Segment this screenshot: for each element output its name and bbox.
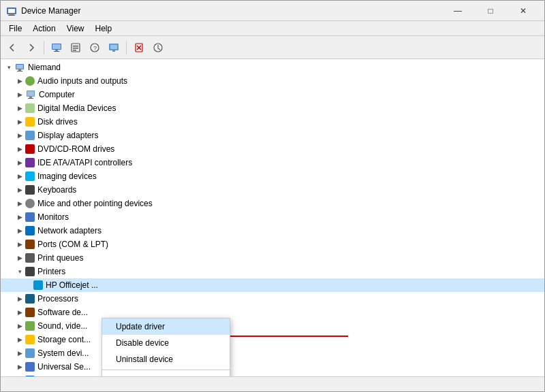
- scan-btn[interactable]: [105, 39, 123, 56]
- processors-label: Processors: [37, 294, 78, 304]
- ports-label: Ports (COM & LPT): [37, 240, 108, 249]
- tree-item-display[interactable]: ▶ Display adapters: [1, 129, 544, 142]
- toolbar-sep-1: [44, 41, 44, 54]
- context-menu: Update driver Disable device Uninstall d…: [102, 318, 230, 376]
- tree-item-sound[interactable]: ▶ Sound, vide...: [1, 319, 544, 333]
- tree-item-dvd[interactable]: ▶ DVD/CD-ROM drives: [1, 142, 544, 156]
- printers-icon: [25, 267, 35, 276]
- device-manager-window: Device Manager — □ ✕ File Action View He…: [0, 0, 545, 392]
- tree-item-disk[interactable]: ▶ Disk drives: [1, 115, 544, 129]
- back-button[interactable]: [3, 39, 21, 56]
- universal-icon: [25, 362, 35, 372]
- svg-rect-28: [28, 98, 33, 99]
- menu-view[interactable]: View: [61, 21, 90, 36]
- display-icon: [25, 131, 35, 140]
- uninstall-btn[interactable]: [130, 39, 148, 56]
- sysdev-expand: ▶: [14, 348, 25, 359]
- window-icon: [6, 5, 17, 16]
- computer-expand: ▶: [14, 89, 25, 100]
- keyboard-icon: [25, 185, 35, 195]
- tree-item-ports[interactable]: ▶ Ports (COM & LPT): [1, 238, 544, 251]
- svg-rect-27: [29, 97, 32, 98]
- svg-rect-24: [17, 71, 22, 71]
- maximize-button[interactable]: □: [475, 1, 506, 21]
- menu-action[interactable]: Action: [27, 21, 61, 36]
- monitors-icon: [25, 212, 35, 222]
- tree-item-imaging[interactable]: ▶ Imaging devices: [1, 169, 544, 183]
- svg-rect-9: [73, 46, 78, 47]
- software-expand: ▶: [14, 307, 25, 318]
- menu-help[interactable]: Help: [90, 21, 118, 36]
- dvd-expand: ▶: [14, 144, 25, 154]
- tree-item-network[interactable]: ▶ Network adapters: [1, 224, 544, 238]
- tree-item-wsd[interactable]: ▶ WSD Print Provider: [1, 374, 544, 376]
- disk-label: Disk drives: [37, 117, 78, 127]
- imaging-expand: ▶: [14, 171, 25, 182]
- ctx-sep-1: [102, 370, 230, 370]
- sound-label: Sound, vide...: [37, 321, 87, 331]
- window-title: Device Manager: [21, 6, 442, 16]
- ctx-uninstall-device[interactable]: Uninstall device: [102, 351, 230, 368]
- svg-rect-1: [8, 9, 15, 13]
- ctx-update-driver[interactable]: Update driver: [102, 318, 230, 335]
- mice-label: Mice and other pointing devices: [37, 199, 153, 208]
- tree-root[interactable]: ▾ Niemand: [1, 61, 544, 74]
- tree-item-universal[interactable]: ▶ Universal Se...: [1, 360, 544, 374]
- tree-item-digital[interactable]: ▶ Digital Media Devices: [1, 101, 544, 115]
- svg-rect-6: [55, 50, 58, 51]
- storage-expand: ▶: [14, 334, 25, 345]
- properties-btn[interactable]: [67, 39, 84, 56]
- keyboard-expand: ▶: [14, 184, 25, 195]
- svg-rect-5: [52, 44, 61, 49]
- keyboard-label: Keyboards: [37, 185, 76, 195]
- tree-item-mice[interactable]: ▶ Mice and other pointing devices: [1, 197, 544, 210]
- storage-label: Storage cont...: [37, 335, 91, 344]
- ide-icon: [25, 158, 35, 167]
- universal-label: Universal Se...: [37, 362, 91, 372]
- tree-item-storage[interactable]: ▶ Storage cont...: [1, 333, 544, 346]
- ide-expand: ▶: [14, 157, 25, 168]
- storage-icon: [25, 335, 35, 344]
- tree-item-sysdev[interactable]: ▶ System devi...: [1, 346, 544, 360]
- root-expand-icon: ▾: [3, 62, 14, 73]
- status-bar: [1, 376, 544, 391]
- tree-item-ide[interactable]: ▶ IDE ATA/ATAPI controllers: [1, 156, 544, 169]
- tree-item-computer[interactable]: ▶ Computer: [1, 88, 544, 101]
- ctx-scan-hardware[interactable]: Scan for hardware changes: [102, 372, 230, 376]
- tree-item-hp[interactable]: HP Officejet ...: [1, 278, 544, 292]
- window-controls: — □ ✕: [442, 1, 539, 21]
- computer-icon-btn[interactable]: [48, 39, 65, 56]
- tree-item-processors[interactable]: ▶ Processors: [1, 292, 544, 306]
- update-driver-btn[interactable]: [149, 39, 167, 56]
- printers-expand: ▾: [14, 266, 25, 277]
- help-btn[interactable]: ?: [86, 39, 104, 56]
- device-tree-content[interactable]: ▾ Niemand ▶ Audio inputs and outputs ▶: [1, 59, 544, 376]
- wsd-label: WSD Print Provider: [37, 376, 108, 376]
- sysdev-icon: [25, 348, 35, 358]
- sound-icon: [25, 321, 35, 331]
- audio-expand: ▶: [14, 76, 25, 86]
- tree-item-audio[interactable]: ▶ Audio inputs and outputs: [1, 74, 544, 88]
- ide-label: IDE ATA/ATAPI controllers: [37, 158, 132, 167]
- digital-expand: ▶: [14, 103, 25, 114]
- ports-expand: ▶: [14, 239, 25, 250]
- dvd-icon: [25, 144, 35, 154]
- universal-expand: ▶: [14, 361, 25, 372]
- forward-button[interactable]: [22, 39, 40, 56]
- tree-item-printers[interactable]: ▾ Printers: [1, 265, 544, 278]
- processors-expand: ▶: [14, 293, 25, 304]
- tree-item-printq[interactable]: ▶ Print queues: [1, 251, 544, 265]
- hp-expand: [28, 280, 33, 291]
- root-label: Niemand: [28, 63, 61, 72]
- tree-item-software[interactable]: ▶ Software de...: [1, 306, 544, 319]
- menu-file[interactable]: File: [3, 21, 27, 36]
- close-button[interactable]: ✕: [508, 1, 539, 21]
- svg-rect-2: [9, 14, 14, 15]
- tree-item-monitors[interactable]: ▶ Monitors: [1, 210, 544, 224]
- tree-item-keyboard[interactable]: ▶ Keyboards: [1, 183, 544, 197]
- audio-label: Audio inputs and outputs: [37, 76, 127, 86]
- svg-rect-3: [8, 15, 15, 16]
- ctx-disable-device[interactable]: Disable device: [102, 335, 230, 351]
- network-label: Network adapters: [37, 226, 102, 235]
- minimize-button[interactable]: —: [442, 1, 473, 21]
